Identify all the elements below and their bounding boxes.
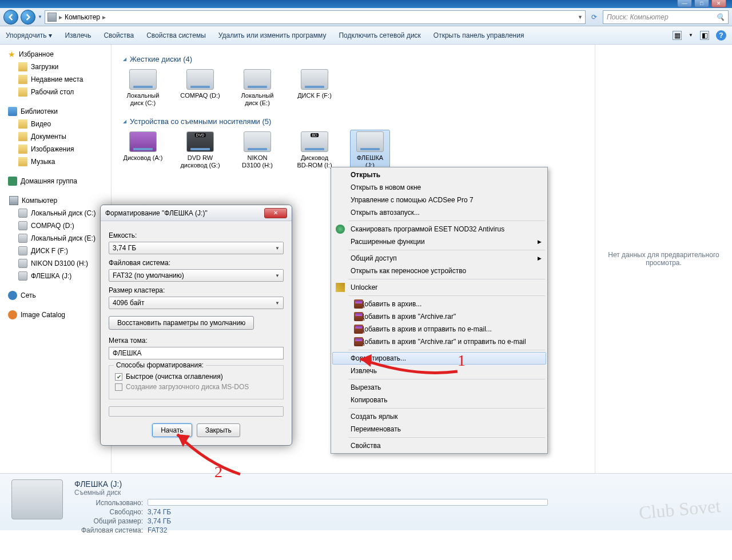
- computer-icon: [47, 13, 57, 22]
- ctx-rar-email[interactable]: Добавить в архив и отправить по e-mail..…: [332, 323, 546, 335]
- drive-tile-d[interactable]: COMPAQ (D:): [180, 69, 220, 107]
- key-icon: [336, 283, 345, 292]
- format-methods-label: Способы форматирования:: [114, 361, 206, 369]
- sidebar-network[interactable]: Сеть: [0, 289, 111, 302]
- cluster-select[interactable]: 4096 байт: [109, 297, 284, 309]
- sidebar-item-desktop[interactable]: Рабочий стол: [0, 86, 111, 98]
- uninstall-button[interactable]: Удалить или изменить программу: [218, 31, 327, 39]
- hdd-section-header[interactable]: Жесткие диски (4): [123, 55, 583, 63]
- sidebar-computer[interactable]: Компьютер: [1, 194, 110, 207]
- drive-tile-j[interactable]: ФЛЕШКА (J:): [350, 130, 390, 171]
- sidebar-item-documents[interactable]: Документы: [0, 130, 111, 143]
- volume-label-input[interactable]: [109, 347, 284, 359]
- ctx-cut[interactable]: Вырезать: [332, 381, 546, 394]
- sidebar-drive-d[interactable]: COMPAQ (D:): [0, 219, 111, 232]
- chevron-down-icon[interactable]: ▼: [689, 33, 693, 38]
- dialog-titlebar[interactable]: Форматирование "ФЛЕШКА (J:)" ✕: [101, 205, 292, 221]
- ctx-share[interactable]: Общий доступ▶: [332, 252, 546, 265]
- close-button[interactable]: ✕: [711, 0, 726, 7]
- sidebar-drive-e[interactable]: Локальный диск (E:): [0, 232, 111, 245]
- ctx-rar-add-named[interactable]: Добавить в архив "Archive.rar": [332, 310, 546, 323]
- sidebar-drive-c[interactable]: Локальный диск (C:): [0, 207, 111, 219]
- forward-button[interactable]: [21, 10, 35, 25]
- sidebar-drive-h[interactable]: NIKON D3100 (H:): [0, 257, 111, 270]
- capacity-select[interactable]: 3,74 ГБ: [109, 242, 284, 254]
- quick-format-checkbox[interactable]: ✔: [115, 373, 122, 381]
- sidebar-homegroup[interactable]: Домашняя группа: [0, 175, 111, 187]
- drive-tile-g[interactable]: DVD RW дисковод (G:): [180, 131, 220, 169]
- drive-tile-e[interactable]: Локальный диск (E:): [237, 69, 277, 107]
- map-network-button[interactable]: Подключить сетевой диск: [339, 31, 420, 39]
- start-button[interactable]: Начать: [152, 423, 192, 437]
- search-icon[interactable]: 🔍: [716, 13, 725, 21]
- folder-icon: [18, 87, 27, 97]
- preview-pane-icon[interactable]: ◧: [700, 31, 709, 40]
- ctx-rar-add[interactable]: Добавить в архив...: [332, 298, 546, 310]
- ctx-portable[interactable]: Открыть как переносное устройство: [332, 265, 546, 277]
- search-input[interactable]: Поиск: Компьютер 🔍: [603, 10, 729, 24]
- removable-section-header[interactable]: Устройства со съемными носителями (5): [123, 117, 583, 126]
- ctx-format[interactable]: Форматировать...: [332, 352, 546, 365]
- sidebar-item-recent[interactable]: Недавние места: [0, 73, 111, 86]
- close-dialog-button[interactable]: Закрыть: [197, 423, 240, 437]
- restore-defaults-button[interactable]: Восстановить параметры по умолчанию: [109, 316, 254, 330]
- breadcrumb-root[interactable]: Компьютер: [65, 13, 100, 21]
- organize-menu[interactable]: Упорядочить▾: [6, 31, 52, 39]
- eject-button[interactable]: Извлечь: [65, 31, 91, 39]
- sidebar-favorites[interactable]: ★Избранное: [0, 48, 111, 61]
- drive-tile-f[interactable]: ДИСК F (F:): [295, 69, 335, 107]
- titlebar: — □ ✕: [0, 0, 732, 8]
- dialog-close-button[interactable]: ✕: [264, 208, 287, 218]
- sidebar-image-catalog[interactable]: Image Catalog: [0, 309, 111, 321]
- breadcrumb[interactable]: ▸ Компьютер ▸ ▼: [45, 10, 586, 24]
- sidebar-item-pictures[interactable]: Изображения: [0, 143, 111, 155]
- rar-icon: [354, 337, 363, 346]
- drive-tile-h[interactable]: NIKON D3100 (H:): [237, 131, 277, 169]
- drive-icon: [301, 69, 328, 90]
- sidebar-drive-j[interactable]: ФЛЕШКА (J:): [0, 270, 111, 282]
- history-dropdown-icon[interactable]: ▼: [38, 14, 42, 19]
- drive-icon: [11, 479, 63, 519]
- ctx-unlocker[interactable]: Unlocker: [332, 281, 546, 294]
- sidebar-item-downloads[interactable]: Загрузки: [0, 61, 111, 73]
- drive-tile-i[interactable]: Дисковод BD-ROM (I:): [295, 131, 335, 169]
- drive-tile-a[interactable]: Дисковод (A:): [123, 131, 163, 169]
- ctx-open-new[interactable]: Открыть в новом окне: [332, 181, 546, 194]
- ctx-autoplay[interactable]: Открыть автозапуск...: [332, 206, 546, 219]
- ctx-advanced[interactable]: Расширенные функции▶: [332, 235, 546, 248]
- maximize-button[interactable]: □: [694, 0, 709, 7]
- breadcrumb-sep-icon[interactable]: ▸: [102, 13, 106, 21]
- rar-icon: [354, 312, 363, 321]
- drive-tile-c[interactable]: Локальный диск (C:): [123, 69, 163, 107]
- sidebar-item-videos[interactable]: Видео: [0, 118, 111, 130]
- details-total-value: 3,74 ГБ: [148, 517, 171, 525]
- annotation-label-1: 1: [458, 351, 466, 370]
- refresh-button[interactable]: ⟳: [588, 11, 600, 23]
- ctx-acdsee[interactable]: Управление с помощью ACDSee Pro 7: [332, 194, 546, 206]
- sidebar-libraries[interactable]: Библиотеки: [0, 105, 111, 118]
- ctx-open[interactable]: Открыть: [332, 169, 546, 181]
- ctx-rename[interactable]: Переименовать: [332, 423, 546, 435]
- details-total-label: Общий размер:: [74, 517, 143, 525]
- view-options-icon[interactable]: ▦: [673, 31, 682, 40]
- sidebar-drive-f[interactable]: ДИСК F (F:): [0, 245, 111, 257]
- drive-icon: [356, 131, 384, 152]
- ctx-shortcut[interactable]: Создать ярлык: [332, 410, 546, 423]
- details-title: ФЛЕШКА (J:): [74, 479, 721, 489]
- ctx-rar-email-named[interactable]: Добавить в архив "Archive.rar" и отправи…: [332, 335, 546, 348]
- ctx-copy[interactable]: Копировать: [332, 394, 546, 406]
- floppy-icon: [129, 131, 157, 152]
- sidebar-item-music[interactable]: Музыка: [0, 155, 111, 168]
- breadcrumb-dropdown-icon[interactable]: ▼: [578, 14, 583, 20]
- system-properties-button[interactable]: Свойства системы: [146, 31, 206, 39]
- ctx-properties[interactable]: Свойства: [332, 439, 546, 452]
- filesystem-select[interactable]: FAT32 (по умолчанию): [109, 269, 284, 282]
- back-button[interactable]: [3, 10, 18, 25]
- minimize-button[interactable]: —: [677, 0, 692, 7]
- ctx-eject[interactable]: Извлечь: [332, 365, 546, 377]
- ctx-eset-scan[interactable]: Сканировать программой ESET NOD32 Antivi…: [332, 223, 546, 235]
- control-panel-button[interactable]: Открыть панель управления: [433, 31, 524, 39]
- help-icon[interactable]: ?: [716, 30, 726, 41]
- breadcrumb-sep-icon: ▸: [59, 13, 62, 21]
- properties-button[interactable]: Свойства: [104, 31, 134, 39]
